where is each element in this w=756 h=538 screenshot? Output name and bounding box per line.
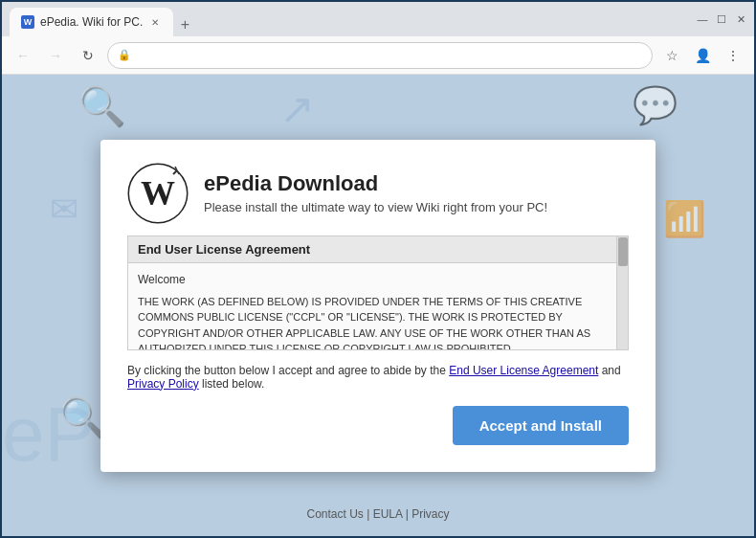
dialog-box: W ePedia Download Please install the ult… [100,140,656,472]
agreement-text-before: By clicking the button below I accept an… [127,364,449,377]
close-button[interactable]: ✕ [735,13,746,25]
profile-button[interactable]: 👤 [689,42,716,69]
tab-favicon: W [21,15,34,29]
footer-separator2: | [402,507,411,521]
title-bar: W ePedia. Wiki for PC. ✕ + — ☐ ✕ [2,2,754,36]
svg-text:W: W [141,174,175,213]
bg-icon-chat: 💬 [633,84,678,126]
maximize-button[interactable]: ☐ [716,13,727,25]
back-button[interactable]: ← [10,42,36,69]
new-tab-button[interactable]: + [173,13,196,36]
agreement-text-after: listed below. [199,377,265,391]
accept-install-button[interactable]: Accept and Install [453,406,629,445]
nav-bar: ← → ↻ 🔒 ☆ 👤 ⋮ [2,36,754,75]
address-bar[interactable]: 🔒 [107,42,653,69]
eula-paragraph1: THE WORK (AS DEFINED BELOW) IS PROVIDED … [138,294,618,350]
dialog-subtitle: Please install the ultimate way to view … [204,200,629,214]
refresh-button[interactable]: ↻ [75,42,101,69]
eula-box[interactable]: End User License Agreement Welcome THE W… [127,235,629,350]
page-content: 🔍 ↗ 💬 ✉ 💬 📶 🔍 🏠 🏠 ePEdia W [2,75,754,536]
window-controls: — ☐ ✕ [697,13,746,25]
dialog-header: W ePedia Download Please install the ult… [127,163,629,224]
eula-scrollbar[interactable] [616,236,628,349]
menu-button[interactable]: ⋮ [720,42,746,69]
agreement-text-middle: and [598,364,620,377]
page-footer: Contact Us | EULA | Privacy [2,500,754,528]
browser-window: W ePedia. Wiki for PC. ✕ + — ☐ ✕ ← → ↻ 🔒… [0,0,756,538]
minimize-button[interactable]: — [697,13,708,25]
eula-header: End User License Agreement [128,236,628,263]
eula-scrollbar-thumb [618,237,628,266]
footer-separator1: | [364,507,373,521]
tab-title: ePedia. Wiki for PC. [40,15,143,29]
active-tab[interactable]: W ePedia. Wiki for PC. ✕ [10,8,173,36]
dialog-title-area: ePedia Download Please install the ultim… [204,171,629,214]
nav-right-buttons: ☆ 👤 ⋮ [658,42,746,69]
agreement-text: By clicking the button below I accept an… [127,364,629,391]
bg-icon-wifi: 📶 [663,199,706,239]
eula-footer-link[interactable]: EULA [373,507,403,521]
privacy-policy-link[interactable]: Privacy Policy [127,377,199,391]
eula-body: Welcome THE WORK (AS DEFINED BELOW) IS P… [128,263,628,350]
bg-icon-search: 🔍 [78,84,126,129]
bookmark-button[interactable]: ☆ [658,42,685,69]
privacy-footer-link[interactable]: Privacy [411,507,449,521]
tab-close-button[interactable]: ✕ [148,15,162,29]
contact-us-link[interactable]: Contact Us [307,507,364,521]
bg-icon-share: ↗ [279,84,315,133]
bg-icon-mail: ✉ [50,190,78,230]
dialog-title: ePedia Download [204,171,629,196]
lock-icon: 🔒 [118,49,131,61]
eula-link[interactable]: End User License Agreement [449,364,598,377]
wp-logo: W [127,163,189,224]
tab-bar: W ePedia. Wiki for PC. ✕ + [10,2,196,36]
eula-welcome-label: Welcome [138,271,618,288]
forward-button[interactable]: → [42,42,69,69]
